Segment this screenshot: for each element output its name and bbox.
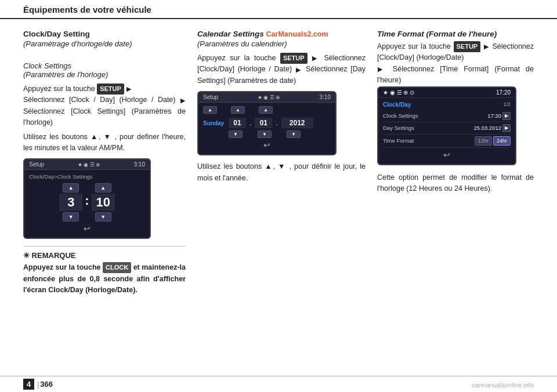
screen-icons: ★ ◉ ☰ ⊕	[78, 162, 101, 168]
remarque-text: Appuyez sur la touche CLOCK et maintenez…	[23, 262, 186, 296]
left-section-subtitle: (Paramétrage d'horloge/de date)	[23, 39, 186, 48]
year-up-btn[interactable]	[259, 106, 273, 114]
col-left: Clock/Day Setting (Paramétrage d'horloge…	[23, 30, 197, 296]
back-btn-right[interactable]: ↩	[383, 150, 511, 159]
screen-header-left: Setup ★ ◉ ☰ ⊕ 3:10	[24, 159, 150, 170]
right-screen-icons: ★ ◉ ☰ ⊕ ⊙	[383, 89, 414, 96]
hour-col: 3	[59, 183, 82, 222]
cal-down-row	[203, 130, 331, 138]
screen-time-left: 3:10	[134, 161, 145, 168]
day-name: Sunday	[203, 120, 226, 126]
day-value: 01	[229, 118, 246, 128]
mid-section-subtitle: (Paramètres du calendrier)	[197, 39, 366, 48]
footer-page-num: 366	[40, 380, 53, 389]
footer-num: 4	[23, 379, 34, 390]
main-content: Clock/Day Setting (Paramétrage d'horloge…	[0, 19, 557, 296]
carmanuals-link[interactable]: CarManuals2.com	[266, 30, 328, 38]
arrow-icon-right2	[378, 66, 386, 72]
arrow-icon-left	[126, 85, 131, 92]
arrow-icon-right	[484, 43, 489, 50]
hour-down-btn[interactable]	[63, 212, 79, 222]
calendar-screen: Setup ★ ◉ ☰ ⊕ 3:10	[197, 91, 337, 155]
clock-badge: CLOCK	[103, 262, 131, 273]
hour-value: 3	[59, 194, 82, 211]
day-settings-value: 25.03.2012 ▶	[473, 124, 511, 132]
minute-value: 10	[92, 194, 115, 211]
right-section-title: Time Format (Format de l'heure)	[377, 30, 534, 38]
time-format-value: 12hr 24hr	[475, 136, 511, 146]
screen-title-left: Clock/Day>Clock Settings	[29, 173, 145, 180]
col-right: Time Format (Format de l'heure) Appuyez …	[377, 30, 534, 296]
remarque-title: ✳ REMARQUE	[23, 251, 186, 260]
day-down-btn[interactable]	[229, 130, 243, 138]
right-screen: ★ ◉ ☰ ⊕ ⊙ 17:20 Clock/Day 1/2 Clock Sett…	[377, 86, 516, 165]
right-screen-time: 17:20	[496, 89, 511, 96]
hour-up-btn[interactable]	[63, 183, 79, 193]
clock-screen: Setup ★ ◉ ☰ ⊕ 3:10 Clock/Day>Clock Setti…	[23, 158, 151, 239]
mid-body-bottom: Utilisez les boutons ▲, ▼ , pour définir…	[197, 161, 366, 184]
month-up-btn[interactable]	[231, 106, 245, 114]
mid-body-text: Appuyez sur la touche SETUP Sélectionnez…	[197, 53, 366, 86]
screen-header-left-text: Setup	[29, 161, 44, 168]
format-24hr-btn[interactable]: 24hr	[493, 136, 511, 146]
day-settings-label: Day Settings	[383, 125, 414, 131]
clock-settings-label: Clock Settings	[383, 112, 418, 119]
clock-settings-row: Clock Settings 17:20 ▶	[383, 110, 511, 122]
back-btn-left[interactable]: ↩	[29, 224, 145, 233]
page-footer: 4 | 366 carmanualsonline.info	[0, 376, 557, 392]
remarque-section: ✳ REMARQUE Appuyez sur la touche CLOCK e…	[23, 246, 186, 296]
footer-watermark: carmanualsonline.info	[472, 382, 534, 389]
left-section-title: Clock/Day Setting	[23, 30, 186, 38]
page-header: Équipements de votre véhicule	[0, 0, 557, 19]
arrow-icon-mid2	[296, 66, 302, 73]
screen-header-cal: Setup ★ ◉ ☰ ⊕ 3:10	[198, 92, 335, 103]
date-dot1: .	[249, 119, 251, 127]
clock-settings-btn[interactable]: ▶	[502, 112, 511, 120]
right-body-bottom: Cette option permet de modifier le forma…	[377, 172, 534, 195]
back-btn-cal[interactable]: ↩	[203, 140, 331, 150]
cal-values-row: Sunday 01 . 01 . 2012	[203, 118, 331, 128]
minute-col: 10	[92, 183, 115, 222]
right-screen-title-row: Clock/Day 1/2	[383, 100, 511, 110]
setup-badge-mid: SETUP	[280, 53, 308, 64]
time-display: 3 : 10	[29, 183, 145, 222]
format-12hr-btn[interactable]: 12hr	[475, 136, 492, 146]
setup-badge-left: SETUP	[97, 84, 124, 95]
right-screen-header: ★ ◉ ☰ ⊕ ⊙ 17:20	[378, 88, 515, 98]
col-mid: Calendar Settings CarManuals2.com (Param…	[197, 30, 377, 296]
cal-screen-body: Sunday 01 . 01 . 2012 ↩	[198, 103, 335, 154]
year-value: 2012	[281, 118, 313, 128]
right-body-text: Appuyez sur la touche SETUP Sélectionnez…	[377, 41, 534, 86]
day-settings-row: Day Settings 25.03.2012 ▶	[383, 122, 511, 135]
right-screen-page: 1/2	[503, 101, 511, 107]
setup-badge-right: SETUP	[454, 41, 481, 52]
cal-top-row	[203, 106, 331, 115]
clock-settings-title: Clock Settings (Paramètres de l'horloge)	[23, 61, 186, 79]
month-value: 01	[255, 118, 272, 128]
footer-page: 4 | 366	[23, 379, 53, 390]
date-dot2: .	[276, 119, 277, 127]
time-separator: :	[85, 193, 89, 212]
time-format-label: Time Format	[383, 137, 414, 144]
minute-up-btn[interactable]	[95, 183, 111, 193]
left-body-text: Appuyez sur la touche SETUP Sélectionnez…	[23, 84, 186, 129]
screen-time-cal: 3:10	[320, 94, 331, 100]
time-format-row: Time Format 12hr 24hr	[383, 135, 511, 148]
arrow-icon-left2	[180, 97, 185, 104]
mid-section-title: Calendar Settings CarManuals2.com	[197, 30, 366, 38]
screen-icons-cal: ★ ◉ ☰ ⊕	[258, 95, 281, 100]
left-body-text2: Utilisez les boutons ▲, ▼ , pour definer…	[23, 132, 186, 154]
right-screen-title: Clock/Day	[383, 101, 411, 108]
day-settings-btn[interactable]: ▶	[502, 124, 511, 132]
screen-header-cal-text: Setup	[203, 94, 218, 100]
day-up-btn[interactable]	[203, 106, 217, 114]
right-screen-body: Clock/Day 1/2 Clock Settings 17:20 ▶ Day…	[378, 98, 515, 164]
screen-body-left: Clock/Day>Clock Settings 3 : 10 ↩	[24, 170, 150, 238]
cal-up-row	[203, 106, 273, 114]
year-down-btn[interactable]	[287, 130, 301, 138]
month-down-btn[interactable]	[258, 130, 272, 138]
clock-settings-value: 17:20 ▶	[487, 112, 511, 120]
header-title: Équipements de votre véhicule	[23, 5, 151, 14]
arrow-icon-mid	[312, 55, 319, 61]
minute-down-btn[interactable]	[95, 212, 111, 222]
